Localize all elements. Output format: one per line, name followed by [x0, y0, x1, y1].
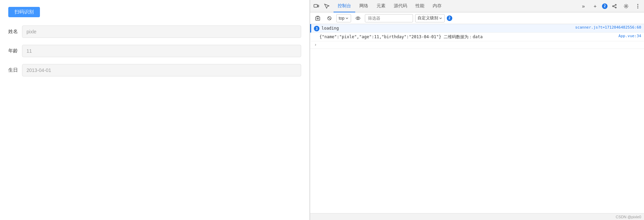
age-label: 年龄	[8, 48, 22, 54]
age-input[interactable]	[22, 45, 301, 57]
issues-badge[interactable]: 2	[602, 3, 608, 9]
svg-point-17	[356, 17, 360, 20]
tab-elements[interactable]: 元素	[372, 0, 390, 12]
console-content: 3 loading scanner.js?t=1712046482556:60 …	[310, 24, 644, 213]
inspect-icon[interactable]	[322, 1, 331, 11]
console-badge-dot: 2	[447, 15, 452, 21]
tab-memory[interactable]: 内存	[429, 0, 446, 12]
context-label: top	[339, 16, 345, 21]
svg-line-16	[328, 17, 331, 20]
bottom-bar: CSDN @pixle0	[310, 213, 644, 220]
console-row-expand: ›	[310, 41, 644, 49]
console-loading-text: loading	[321, 25, 572, 31]
info-badge: 3	[314, 26, 319, 31]
svg-point-18	[357, 18, 359, 19]
context-selector[interactable]: top	[336, 14, 351, 22]
svg-point-2	[615, 4, 616, 5]
console-row-data: {"name":"pixle","age":11,"birthday":"201…	[310, 33, 644, 41]
console-row-loading: 3 loading scanner.js?t=1712046482556:60	[310, 24, 644, 33]
console-badge: 2	[447, 15, 452, 21]
svg-rect-1	[318, 5, 319, 7]
svg-point-7	[625, 6, 627, 7]
share-icon[interactable]	[610, 1, 619, 11]
more-options-icon[interactable]	[633, 1, 643, 11]
scan-button[interactable]: 扫码识别	[8, 7, 40, 17]
level-label: 自定义级别	[418, 15, 438, 21]
tab-source[interactable]: 源代码	[390, 0, 411, 12]
scanner-link[interactable]: scanner.js?t=1712046482556:60	[575, 25, 641, 30]
svg-point-9	[637, 6, 638, 7]
filter-input[interactable]	[365, 14, 413, 22]
devtools-panel: 控制台 网络 元素 源代码 性能 内存 » + 2	[310, 0, 644, 220]
tab-network[interactable]: 网络	[355, 0, 372, 12]
svg-point-3	[613, 6, 614, 7]
app-vue-link[interactable]: App.vue:34	[619, 34, 641, 38]
add-tab-icon[interactable]: +	[590, 1, 600, 11]
level-selector[interactable]: 自定义级别	[415, 14, 445, 22]
svg-point-4	[615, 7, 616, 8]
block-icon[interactable]	[325, 14, 334, 22]
badge-dot: 2	[602, 3, 608, 9]
birthday-label: 生日	[8, 67, 22, 73]
tab-console[interactable]: 控制台	[334, 0, 355, 12]
more-tabs-icon[interactable]: »	[579, 1, 588, 11]
devtools-secondbar: top 自定义级别 2	[310, 12, 644, 24]
tab-performance[interactable]: 性能	[411, 0, 429, 12]
attribution-text: CSDN @pixle0	[616, 215, 641, 219]
left-panel: 扫码识别 姓名 年龄 生日	[0, 0, 310, 220]
svg-line-6	[614, 7, 615, 7]
birthday-row: 生日	[8, 64, 301, 76]
console-data-text: {"name":"pixle","age":11,"birthday":"201…	[319, 34, 616, 40]
name-input[interactable]	[22, 25, 301, 38]
svg-point-10	[637, 7, 638, 8]
device-toggle-icon[interactable]	[312, 1, 321, 11]
expand-arrow-icon[interactable]: ›	[314, 42, 317, 47]
settings-icon[interactable]	[621, 1, 631, 11]
svg-rect-0	[314, 4, 317, 7]
svg-line-5	[614, 5, 615, 6]
birthday-input[interactable]	[22, 64, 301, 76]
devtools-topbar: 控制台 网络 元素 源代码 性能 内存 » + 2	[310, 0, 644, 12]
name-row: 姓名	[8, 25, 301, 38]
devtools-topbar-right: » + 2	[579, 1, 643, 11]
age-row: 年龄	[8, 45, 301, 57]
eye-icon[interactable]	[353, 14, 363, 22]
name-label: 姓名	[8, 29, 22, 35]
clear-console-icon[interactable]	[313, 14, 323, 22]
devtools-tabs: 控制台 网络 元素 源代码 性能 内存	[334, 0, 578, 12]
svg-point-8	[637, 4, 638, 5]
